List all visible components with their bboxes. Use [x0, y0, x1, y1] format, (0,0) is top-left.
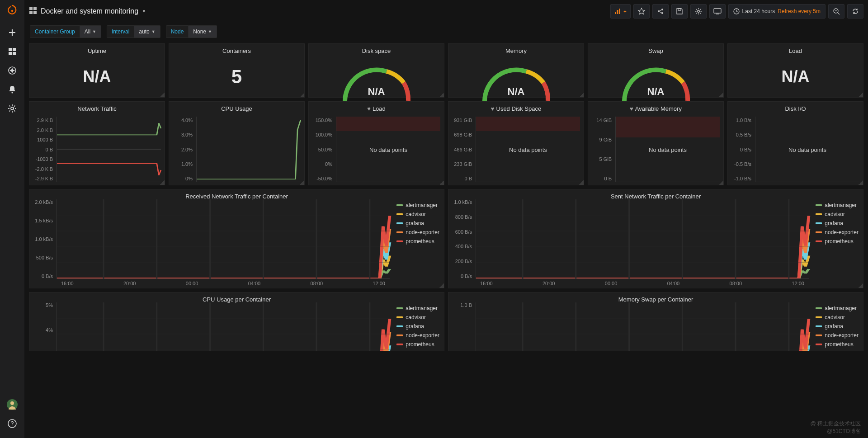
help-icon[interactable]: ?	[3, 414, 21, 433]
resize-handle[interactable]	[719, 180, 723, 185]
y-axis: 2.0 kB/s1.5 kB/s1.0 kB/s500 B/s0 B/s	[29, 199, 56, 279]
svg-point-31	[661, 12, 663, 14]
var-container-group[interactable]: Container Group All▼	[30, 25, 101, 38]
chart-legend: alertmanagercadvisorgrafananode-exporter…	[816, 305, 859, 348]
legend-item[interactable]: grafana	[396, 323, 439, 330]
legend-item[interactable]: prometheus	[396, 238, 439, 245]
plot-area	[476, 199, 809, 279]
resize-handle[interactable]	[579, 180, 584, 185]
resize-handle[interactable]	[439, 93, 444, 97]
svg-line-14	[9, 106, 10, 107]
panel-memory[interactable]: Memory N/A	[448, 43, 584, 98]
legend-item[interactable]: cadvisor	[816, 314, 859, 320]
configuration-icon[interactable]	[3, 99, 21, 118]
var-interval[interactable]: Interval auto▼	[107, 25, 160, 38]
time-range-button[interactable]: Last 24 hours Refresh every 5m	[728, 4, 826, 19]
resize-handle[interactable]	[859, 180, 863, 185]
chart-legend: alertmanagercadvisorgrafananode-exporter…	[816, 202, 859, 245]
legend-item[interactable]: alertmanager	[396, 202, 439, 208]
panel-cpu-usage-per-container[interactable]: CPU Usage per Container 5%4%3%2% alertma…	[29, 292, 444, 351]
legend-item[interactable]: grafana	[816, 220, 859, 226]
panel-containers[interactable]: Containers 5	[169, 43, 305, 98]
heart-icon: ♥	[491, 105, 495, 112]
legend-item[interactable]: prometheus	[816, 238, 859, 245]
create-icon[interactable]	[3, 24, 21, 42]
legend-item[interactable]: node-exporter	[396, 229, 439, 235]
panel-sent-network-traffic-per-container[interactable]: Sent Network Traffic per Container 1.0 k…	[448, 189, 863, 288]
zoom-out-button[interactable]	[828, 4, 844, 19]
resize-handle[interactable]	[300, 93, 304, 97]
resize-handle[interactable]	[439, 283, 444, 288]
panel-load[interactable]: Load N/A	[727, 43, 863, 98]
add-panel-button[interactable]: +	[610, 4, 630, 19]
svg-rect-26	[615, 12, 616, 14]
panel-disk space[interactable]: Disk space N/A	[308, 43, 444, 98]
panel-disk-i-o[interactable]: Disk I/O 1.0 B/s0.5 B/s0 B/s-0.5 B/s-1.0…	[727, 101, 863, 185]
resize-handle[interactable]	[859, 283, 863, 288]
svg-rect-6	[13, 52, 16, 55]
legend-item[interactable]: grafana	[816, 323, 859, 330]
plot-area: No data points	[615, 117, 720, 182]
x-axis: 16:0020:0000:0004:0008:0012:00	[476, 280, 809, 288]
svg-rect-22	[29, 7, 33, 10]
legend-item[interactable]: prometheus	[396, 341, 439, 348]
legend-item[interactable]: prometheus	[816, 341, 859, 348]
resize-handle[interactable]	[160, 93, 165, 97]
svg-line-33	[659, 12, 661, 13]
save-button[interactable]	[671, 4, 688, 19]
panel-network-traffic[interactable]: Network Traffic 2.9 KiB2.0 KiB1000 B0 B-…	[29, 101, 165, 185]
y-axis: 1.0 B0.5 B	[448, 302, 475, 351]
panel-swap[interactable]: Swap N/A	[588, 43, 724, 98]
panel-load[interactable]: ♥Load 150.0%100.0%50.0%0%-50.0% No data …	[308, 101, 444, 185]
plot-area: No data points	[336, 117, 440, 182]
dashboards-icon[interactable]	[3, 42, 21, 61]
panel-received-network-traffic-per-container[interactable]: Received Network Traffic per Container 2…	[29, 189, 444, 288]
watermark: @ 稀土掘金技术社区 @51CTO博客	[810, 420, 861, 435]
page-title: Docker and system monitoring	[41, 7, 138, 15]
row-stats: Uptime N/A Containers 5 Disk space N/A M…	[29, 43, 863, 98]
var-node[interactable]: Node None▼	[166, 25, 217, 38]
panel-available-memory[interactable]: ♥Available Memory 14 GiB9 GiB5 GiB0 B No…	[588, 101, 724, 185]
resize-handle[interactable]	[859, 93, 863, 97]
legend-item[interactable]: cadvisor	[396, 314, 439, 320]
explore-icon[interactable]	[3, 61, 21, 80]
legend-item[interactable]: grafana	[396, 220, 439, 226]
chevron-down-icon: ▼	[142, 9, 146, 14]
svg-line-32	[659, 10, 661, 11]
settings-button[interactable]	[690, 4, 707, 19]
cycle-view-button[interactable]	[709, 4, 726, 19]
share-button[interactable]	[652, 4, 669, 19]
plot-area: No data points	[755, 117, 859, 182]
breadcrumb[interactable]: Docker and system monitoring ▼	[29, 6, 146, 16]
legend-item[interactable]: node-exporter	[396, 332, 439, 339]
star-button[interactable]	[633, 4, 650, 19]
legend-item[interactable]: cadvisor	[396, 211, 439, 217]
resize-handle[interactable]	[300, 180, 304, 185]
resize-handle[interactable]	[160, 180, 165, 185]
grafana-logo[interactable]	[5, 4, 19, 18]
chart-legend: alertmanagercadvisorgrafananode-exporter…	[396, 202, 439, 245]
legend-item[interactable]: cadvisor	[816, 211, 859, 217]
refresh-interval-label: Refresh every 5m	[778, 8, 821, 14]
alerting-icon[interactable]	[3, 80, 21, 99]
svg-rect-34	[678, 9, 681, 10]
legend-item[interactable]: alertmanager	[816, 305, 859, 311]
panel-memory-swap-per-container[interactable]: Memory Swap per Container 1.0 B0.5 B ale…	[448, 292, 863, 351]
user-avatar[interactable]	[3, 396, 21, 414]
panel-uptime[interactable]: Uptime N/A	[29, 43, 165, 98]
legend-item[interactable]: node-exporter	[816, 332, 859, 339]
panel-cpu-usage[interactable]: CPU Usage 4.0%3.0%2.0%1.0%0%	[169, 101, 305, 185]
legend-item[interactable]: node-exporter	[816, 229, 859, 235]
gauge: N/A	[476, 62, 557, 103]
plot-area: No data points	[476, 117, 580, 182]
legend-item[interactable]: alertmanager	[396, 305, 439, 311]
refresh-button[interactable]	[847, 4, 863, 19]
svg-point-0	[11, 10, 13, 12]
panel-used-disk-space[interactable]: ♥Used Disk Space 931 GiB698 GiB466 GiB23…	[448, 101, 584, 185]
legend-item[interactable]: alertmanager	[816, 202, 859, 208]
svg-rect-44	[714, 9, 721, 13]
resize-handle[interactable]	[439, 180, 444, 185]
gauge: N/A	[615, 62, 697, 103]
resize-handle[interactable]	[719, 93, 723, 97]
resize-handle[interactable]	[579, 93, 584, 97]
